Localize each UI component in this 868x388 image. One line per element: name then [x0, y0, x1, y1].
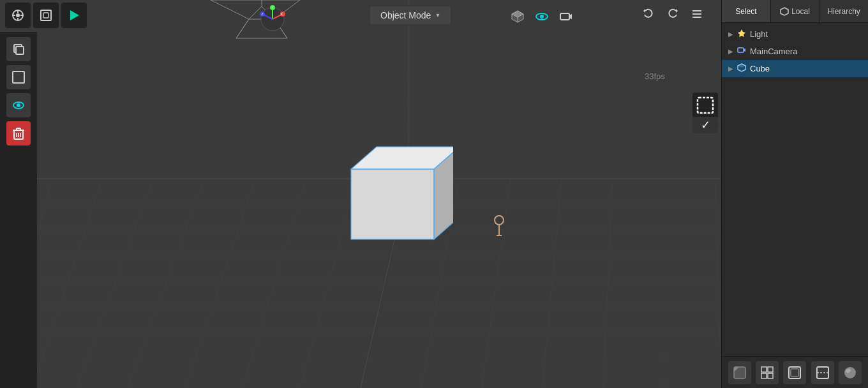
scene-item-cube-label: Cube	[750, 64, 770, 73]
single-view-button[interactable]	[6, 65, 31, 89]
visibility-button[interactable]	[6, 93, 31, 117]
left-toolbar	[0, 32, 37, 388]
scene-item-light[interactable]: ▶ Light	[722, 26, 868, 43]
light-item-icon	[737, 29, 746, 40]
svg-line-11	[32, 179, 102, 388]
local-tab-icon	[780, 7, 789, 16]
svg-rect-126	[791, 369, 798, 377]
grid-layout-button[interactable]	[756, 361, 779, 384]
play-icon	[68, 9, 80, 22]
scene-item-camera[interactable]: ▶ MainCamera	[722, 43, 868, 60]
scene-item-arrow-cube: ▶	[728, 65, 733, 72]
visibility-eye-icon	[11, 98, 26, 112]
fps-counter: 33fps	[645, 71, 665, 81]
single-box-icon	[11, 70, 26, 84]
svg-point-104	[17, 103, 20, 107]
svg-line-14	[185, 179, 255, 388]
tab-select[interactable]: Select	[722, 0, 771, 22]
scene-item-cube[interactable]: ▶ Cube	[722, 60, 868, 77]
svg-marker-113	[781, 8, 788, 15]
viewport-area[interactable]: 33fps	[0, 0, 721, 388]
camera-item-icon	[737, 46, 746, 57]
cut-icon	[816, 366, 830, 380]
cube-item-icon	[737, 63, 746, 74]
right-panel: Select Local Hierarchy ▶ Light ▶	[721, 0, 868, 388]
play-button[interactable]	[61, 3, 87, 28]
blender-logo-icon	[11, 8, 25, 22]
cube-item-svg	[737, 63, 746, 72]
origin-indicator	[491, 214, 507, 240]
scene-item-arrow-camera: ▶	[728, 48, 733, 55]
tab-local[interactable]: Local	[771, 0, 820, 22]
outline-icon	[788, 366, 802, 380]
scene-item-camera-label: MainCamera	[750, 47, 797, 56]
svg-marker-52	[351, 169, 434, 239]
svg-rect-124	[768, 373, 773, 378]
scene-item-arrow-light: ▶	[728, 31, 733, 38]
light-icon-svg	[737, 29, 746, 38]
svg-marker-69	[70, 10, 79, 20]
svg-rect-122	[768, 367, 773, 372]
tab-hierarchy[interactable]: Hierarchy	[819, 0, 868, 22]
svg-marker-114	[738, 29, 745, 37]
svg-line-20	[542, 179, 562, 388]
checkmark-overlay[interactable]: ✓	[692, 117, 718, 133]
svg-rect-67	[41, 10, 51, 20]
svg-point-58	[495, 216, 504, 225]
shading-solid-icon	[733, 366, 747, 380]
cube-object	[338, 134, 440, 236]
svg-point-62	[16, 13, 20, 17]
svg-line-12	[77, 179, 153, 388]
delete-button[interactable]	[6, 121, 31, 146]
cut-button[interactable]	[811, 361, 834, 384]
panel-tabs: Select Local Hierarchy	[722, 0, 868, 23]
selected-overlay-icon[interactable]	[692, 93, 718, 118]
camera-item-svg	[737, 46, 746, 55]
svg-line-13	[128, 179, 204, 388]
svg-point-129	[844, 367, 856, 378]
scene-item-light-label: Light	[750, 29, 768, 39]
svg-rect-99	[698, 98, 713, 113]
grid-layout-icon	[760, 366, 774, 380]
delete-trash-icon	[11, 126, 26, 140]
svg-rect-102	[13, 71, 24, 83]
svg-line-19	[482, 179, 511, 388]
scene-list: ▶ Light ▶ MainCamera ▶	[722, 23, 868, 80]
svg-marker-118	[738, 64, 745, 68]
checkmark-symbol: ✓	[701, 118, 710, 132]
svg-rect-121	[761, 367, 767, 372]
shading-solid-button[interactable]	[728, 361, 751, 384]
engine-logo-button[interactable]	[5, 3, 31, 28]
shading-material-button[interactable]	[839, 361, 862, 384]
local-view-icon	[40, 9, 52, 22]
local-view-button[interactable]	[33, 3, 59, 28]
svg-rect-101	[16, 47, 24, 54]
svg-line-21	[603, 179, 613, 388]
outline-button[interactable]	[783, 361, 806, 384]
duplicate-icon	[11, 42, 26, 56]
svg-line-15	[243, 179, 306, 388]
duplicate-button[interactable]	[6, 37, 31, 61]
svg-rect-115	[738, 48, 744, 52]
shading-material-icon	[843, 366, 857, 380]
top-toolbar	[0, 0, 721, 31]
svg-rect-123	[761, 373, 767, 378]
svg-line-23	[715, 179, 721, 388]
selection-box-icon	[696, 96, 714, 114]
panel-bottom-toolbar	[722, 356, 868, 388]
svg-rect-68	[43, 13, 49, 18]
cube-svg	[338, 134, 453, 249]
